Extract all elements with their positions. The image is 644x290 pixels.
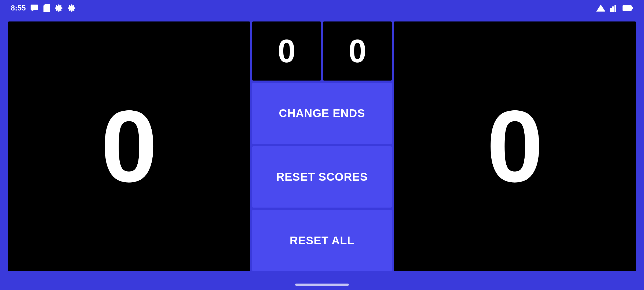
main-content: 0 0 0 CHANGE ENDS RESET SCORES RESET ALL… — [0, 16, 644, 279]
svg-marker-1 — [31, 10, 34, 12]
signal-icon — [610, 4, 618, 12]
reset-all-button[interactable]: RESET ALL — [252, 210, 392, 271]
left-score: 0 — [101, 95, 157, 197]
svg-rect-6 — [610, 8, 612, 12]
right-score: 0 — [486, 95, 543, 197]
svg-rect-8 — [614, 5, 616, 12]
buttons-area: CHANGE ENDS RESET SCORES RESET ALL — [252, 83, 392, 271]
mini-score-box-right[interactable]: 0 — [323, 21, 392, 81]
svg-rect-7 — [612, 6, 614, 12]
svg-marker-2 — [43, 4, 50, 12]
sim-icon — [43, 4, 50, 12]
mini-score-box-left[interactable]: 0 — [252, 21, 321, 81]
reset-scores-button[interactable]: RESET SCORES — [252, 146, 392, 208]
top-scores-row: 0 0 — [252, 21, 392, 81]
right-score-panel[interactable]: 0 — [394, 21, 636, 271]
gear-icon-2 — [68, 4, 76, 12]
svg-rect-9 — [623, 6, 632, 10]
svg-rect-10 — [632, 7, 633, 9]
svg-marker-5 — [596, 5, 605, 12]
status-time: 8:55 — [11, 4, 26, 12]
chat-icon — [31, 5, 39, 12]
center-panel: 0 0 CHANGE ENDS RESET SCORES RESET ALL — [252, 21, 392, 271]
status-bar: 8:55 — [0, 0, 644, 16]
wifi-icon — [596, 5, 605, 12]
home-indicator — [295, 284, 349, 286]
change-ends-button[interactable]: CHANGE ENDS — [252, 83, 392, 144]
mini-score-right: 0 — [349, 32, 367, 70]
svg-rect-0 — [31, 5, 38, 10]
mini-score-left: 0 — [278, 32, 296, 70]
status-right — [596, 4, 633, 12]
left-score-panel[interactable]: 0 — [8, 21, 250, 271]
status-left: 8:55 — [11, 4, 76, 12]
bottom-bar — [0, 279, 644, 290]
gear-icon-1 — [55, 4, 63, 12]
battery-icon — [623, 5, 633, 11]
